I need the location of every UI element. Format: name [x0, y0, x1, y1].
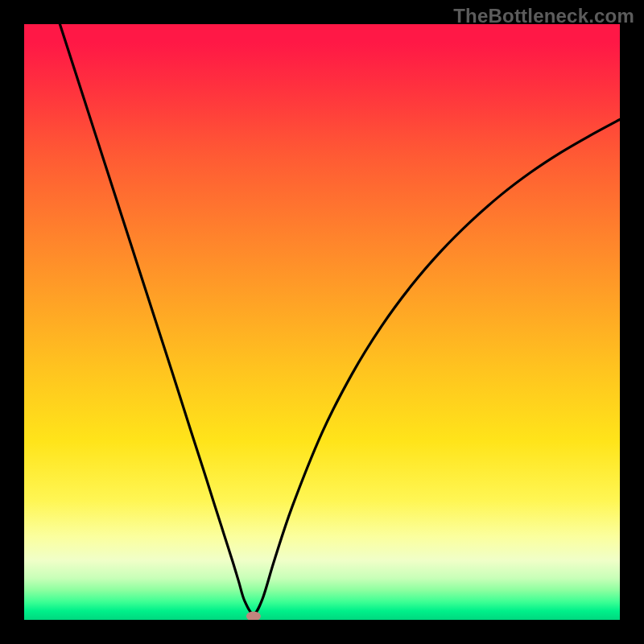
watermark-text: TheBottleneck.com [453, 5, 634, 27]
curve-layer [24, 24, 620, 620]
bottleneck-curve [60, 24, 620, 614]
chart-frame: TheBottleneck.com [0, 0, 644, 644]
plot-area [24, 24, 620, 620]
minimum-marker [246, 612, 261, 620]
